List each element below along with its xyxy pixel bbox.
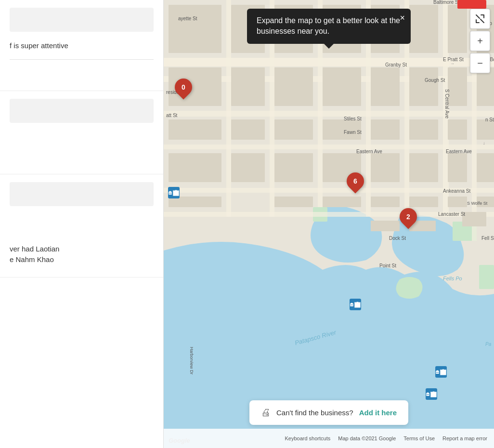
svg-text:Eastern Ave: Eastern Ave [446, 149, 472, 154]
svg-rect-40 [477, 119, 494, 140]
svg-rect-35 [274, 119, 313, 140]
map-container: ayette St Granby St E Pratt St S Bond St… [164, 0, 494, 448]
svg-rect-10 [226, 0, 231, 217]
map-pin-6[interactable]: 6 [347, 172, 364, 193]
svg-rect-102 [437, 372, 437, 373]
svg-text:Granby St: Granby St [385, 62, 407, 67]
svg-rect-100 [436, 371, 439, 374]
building-icon-4 [426, 391, 430, 397]
svg-rect-27 [274, 67, 313, 106]
map-bottom-bar: Keyboard shortcuts Map data ©2021 Google… [164, 429, 494, 448]
svg-text:n St: n St [485, 117, 494, 122]
svg-rect-50 [274, 197, 313, 207]
review-card-3-spacer [10, 211, 154, 240]
tooltip-close-button[interactable]: × [400, 13, 405, 22]
svg-rect-107 [428, 394, 429, 395]
review-spacer-1 [10, 64, 154, 83]
svg-text:att St: att St [166, 113, 178, 118]
svg-rect-45 [371, 153, 400, 182]
svg-rect-104 [426, 393, 429, 396]
review-card-3-text: ver had Laotian e Nahm Khao [10, 240, 154, 269]
left-panel: f is super attentive ver had Laotian e N… [0, 0, 164, 448]
svg-rect-103 [438, 372, 438, 373]
map-background: ayette St Granby St E Pratt St S Bond St… [164, 0, 494, 448]
terms-of-use-link[interactable]: Terms of Use [403, 435, 435, 441]
building-icon-2 [350, 301, 354, 308]
svg-rect-99 [352, 304, 352, 305]
review-card-2-header [10, 99, 154, 123]
svg-rect-23 [448, 5, 467, 53]
svg-text:Fell St: Fell St [481, 236, 494, 241]
blue-marker-2[interactable] [350, 299, 361, 310]
map-data-text: Map data ©2021 Google [338, 435, 396, 441]
svg-text:Baltimore St: Baltimore St [433, 0, 460, 5]
svg-rect-28 [323, 67, 361, 106]
zoom-out-button[interactable]: − [470, 53, 490, 73]
review-divider-1 [10, 59, 154, 60]
map-pin-0[interactable]: 0 [175, 79, 192, 99]
building-icon [168, 189, 172, 196]
add-business-link[interactable]: Add it here [359, 408, 397, 417]
blue-marker-4[interactable] [426, 388, 437, 400]
svg-rect-46 [409, 153, 438, 182]
map-tooltip: × Expand the map to get a better look at… [247, 9, 411, 44]
tooltip-text: Expand the map to get a better look at t… [257, 16, 400, 35]
svg-rect-105 [427, 393, 429, 394]
svg-text:Pa: Pa [485, 342, 492, 347]
svg-rect-30 [409, 67, 438, 106]
svg-rect-41 [169, 153, 221, 182]
svg-text:Eastern Ave: Eastern Ave [356, 149, 382, 154]
svg-rect-34 [231, 119, 265, 140]
svg-rect-92 [169, 192, 171, 195]
add-business-bar: 🖨 Can't find the business? Add it here [249, 400, 408, 425]
svg-text:↓: ↓ [483, 141, 485, 145]
blue-marker-3[interactable] [435, 366, 447, 378]
svg-rect-17 [169, 5, 221, 53]
svg-rect-93 [169, 191, 171, 192]
svg-rect-98 [351, 304, 351, 305]
svg-rect-101 [437, 370, 439, 371]
svg-text:Harborview Dr: Harborview Dr [189, 347, 194, 375]
zoom-in-button[interactable]: + [470, 31, 490, 51]
expand-icon [475, 14, 485, 24]
svg-rect-56 [371, 221, 400, 231]
svg-rect-37 [371, 119, 400, 140]
expand-map-button[interactable] [470, 9, 490, 29]
add-business-static-text: Can't find the business? [276, 408, 353, 417]
svg-text:S Wolfe St: S Wolfe St [467, 201, 488, 206]
blue-marker-1[interactable] [168, 187, 180, 198]
svg-rect-33 [169, 119, 221, 140]
svg-text:Fawn St: Fawn St [344, 130, 362, 135]
svg-rect-58 [462, 212, 486, 226]
svg-rect-3 [479, 265, 494, 289]
svg-rect-53 [409, 197, 438, 207]
svg-rect-96 [350, 303, 353, 306]
svg-rect-48 [477, 153, 494, 182]
building-icon-3 [435, 369, 440, 375]
svg-rect-38 [409, 119, 438, 140]
review-card-1-header [10, 8, 154, 32]
svg-text:Fells Po: Fells Po [443, 276, 462, 281]
svg-rect-42 [231, 153, 265, 182]
svg-rect-31 [448, 67, 467, 106]
svg-text:Point St: Point St [379, 263, 396, 268]
review-card-3: ver had Laotian e Nahm Khao [0, 174, 163, 277]
svg-text:ayette St: ayette St [178, 16, 197, 21]
svg-rect-91 [457, 0, 486, 9]
svg-rect-106 [427, 394, 427, 395]
svg-rect-54 [448, 197, 467, 207]
svg-rect-95 [170, 193, 171, 194]
svg-text:Gough St: Gough St [425, 78, 445, 83]
svg-rect-47 [448, 153, 467, 182]
svg-rect-39 [448, 119, 467, 140]
keyboard-shortcuts-link[interactable]: Keyboard shortcuts [285, 435, 330, 441]
svg-rect-26 [231, 67, 265, 106]
report-error-link[interactable]: Report a map error [442, 435, 487, 441]
svg-text:Stiles St: Stiles St [344, 116, 362, 121]
map-svg: ayette St Granby St E Pratt St S Bond St… [164, 0, 494, 448]
svg-rect-29 [371, 67, 400, 106]
map-pin-2[interactable]: 2 [400, 208, 417, 228]
map-controls: + − [470, 9, 490, 73]
printer-icon: 🖨 [261, 407, 271, 418]
svg-text:Lancaster St: Lancaster St [438, 211, 465, 217]
